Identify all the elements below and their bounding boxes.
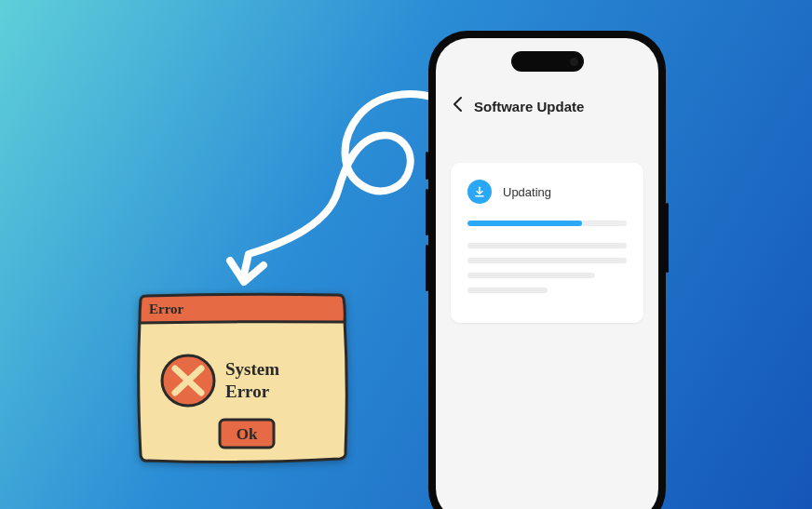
placeholder-line — [467, 243, 627, 248]
error-x-icon — [162, 355, 214, 406]
dialog-titlebar: Error — [149, 301, 184, 316]
placeholder-line — [467, 258, 627, 263]
download-icon — [467, 180, 492, 204]
camera-dot — [570, 58, 578, 66]
screen-title: Software Update — [474, 99, 584, 114]
dialog-message-line2: Error — [225, 382, 270, 401]
phone-volume-up — [426, 189, 428, 235]
placeholder-line — [467, 273, 595, 278]
screen-header: Software Update — [436, 96, 658, 117]
progress-bar — [467, 221, 582, 226]
placeholder-line — [467, 288, 548, 293]
phone-power-button — [666, 203, 669, 273]
back-icon[interactable] — [453, 96, 463, 117]
error-dialog: Error System Error Ok — [134, 291, 351, 466]
phone-notch — [511, 51, 584, 72]
arrow-illustration — [210, 79, 442, 302]
ok-button-label: Ok — [237, 425, 258, 443]
card-title: Updating — [503, 185, 551, 199]
phone-screen: Software Update Updating — [436, 38, 658, 509]
phone-volume-down — [426, 245, 428, 291]
phone-mockup: Software Update Updating — [428, 31, 666, 509]
update-card: Updating — [451, 163, 643, 323]
progress-track — [467, 221, 627, 226]
card-header: Updating — [467, 180, 627, 204]
phone-side-button — [426, 152, 428, 180]
ok-button[interactable]: Ok — [220, 420, 274, 448]
dialog-message-line1: System — [225, 359, 279, 379]
